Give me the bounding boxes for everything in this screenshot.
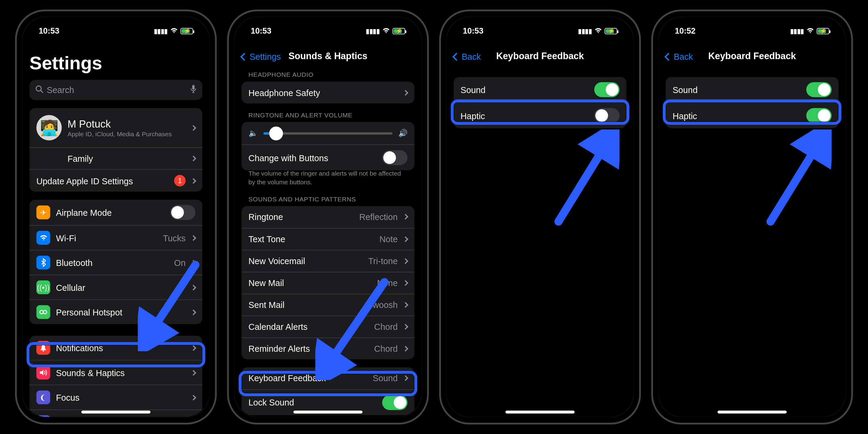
status-time: 10:53 — [463, 26, 484, 35]
reminder-alerts-cell[interactable]: Reminder Alerts Chord — [242, 337, 414, 359]
bluetooth-cell[interactable]: Bluetooth On — [29, 250, 202, 275]
svg-point-5 — [40, 310, 43, 314]
cellular-icon: ▮▮▮▮ — [366, 27, 380, 34]
haptic-cell[interactable]: Haptic — [666, 102, 839, 128]
chevron-right-icon — [402, 90, 408, 95]
nav-bar: Back Keyboard Feedback — [452, 45, 629, 68]
home-indicator[interactable] — [718, 411, 787, 413]
chevron-left-icon — [242, 51, 249, 61]
sound-toggle[interactable] — [806, 82, 831, 97]
phone-keyboard-feedback-on: 10:52 ▮▮▮▮ ⚡ Back Keyboard Feedback — [651, 10, 853, 424]
status-icons: ▮▮▮▮ ⚡ — [154, 27, 193, 34]
back-button[interactable]: Back — [452, 45, 481, 68]
cell-label: New Mail — [249, 278, 284, 288]
sound-toggle[interactable] — [594, 82, 619, 97]
search-placeholder: Search — [47, 85, 74, 95]
cell-value: Tri-tone — [368, 256, 398, 266]
headphone-safety-cell[interactable]: Headphone Safety — [242, 82, 414, 103]
calendar-alerts-cell[interactable]: Calendar Alerts Chord — [242, 315, 414, 337]
volume-slider[interactable] — [264, 132, 393, 134]
search-input[interactable]: Search — [29, 80, 202, 100]
wifi-icon — [594, 27, 602, 34]
text-tone-cell[interactable]: Text Tone Note — [242, 228, 414, 250]
cellular-icon: ▮▮▮▮ — [154, 27, 168, 34]
family-cell[interactable]: Family — [29, 147, 202, 169]
cell-label: Change with Buttons — [249, 153, 328, 163]
cell-label: Keyboard Feedback — [249, 373, 326, 383]
status-time: 10:53 — [251, 26, 271, 35]
chevron-right-icon — [191, 259, 196, 265]
update-apple-id-cell[interactable]: Update Apple ID Settings 1 — [29, 169, 202, 192]
cell-label: Sounds & Haptics — [56, 368, 125, 378]
page-title: Settings — [29, 53, 202, 74]
hotspot-icon — [36, 305, 50, 319]
keyboard-feedback-cell[interactable]: Keyboard Feedback Sound — [242, 367, 414, 389]
cell-value: Chord — [374, 344, 398, 353]
cell-value: Swoosh — [367, 300, 398, 310]
sound-cell[interactable]: Sound — [666, 77, 839, 102]
bluetooth-icon — [36, 256, 50, 270]
svg-rect-2 — [192, 85, 195, 89]
haptic-toggle[interactable] — [806, 108, 831, 123]
airplane-toggle[interactable] — [170, 205, 195, 220]
battery-icon: ⚡ — [604, 28, 617, 34]
chevron-right-icon — [402, 214, 408, 220]
cellular-cell[interactable]: ((•)) Cellular — [29, 275, 202, 300]
home-indicator[interactable] — [81, 411, 150, 413]
chevron-right-icon — [191, 284, 196, 290]
cell-label: Sound — [673, 85, 698, 95]
chevron-right-icon — [191, 370, 196, 375]
sounds-haptics-cell[interactable]: Sounds & Haptics — [29, 360, 202, 385]
page-title: Sounds & Haptics — [288, 51, 367, 62]
svg-line-1 — [41, 91, 43, 93]
cell-label: Haptic — [460, 111, 485, 121]
chevron-right-icon — [191, 125, 196, 130]
apple-id-cell[interactable]: 🧑‍💻 M Potuck Apple ID, iCloud, Media & P… — [29, 108, 202, 147]
airplane-mode-cell[interactable]: ✈ Airplane Mode — [29, 199, 202, 225]
home-indicator[interactable] — [293, 411, 363, 413]
status-time: 10:52 — [675, 26, 696, 35]
hotspot-cell[interactable]: Personal Hotspot — [29, 300, 202, 324]
new-voicemail-cell[interactable]: New Voicemail Tri-tone — [242, 250, 414, 272]
change-buttons-toggle[interactable] — [382, 150, 407, 165]
ringtone-cell[interactable]: Ringtone Reflection — [242, 206, 414, 228]
new-mail-cell[interactable]: New Mail None — [242, 272, 414, 293]
mic-icon[interactable] — [190, 84, 196, 95]
cell-label: Notifications — [56, 343, 103, 353]
update-label: Update Apple ID Settings — [36, 176, 133, 186]
change-with-buttons-cell[interactable]: Change with Buttons — [242, 144, 414, 170]
chevron-right-icon — [191, 394, 196, 400]
chevron-right-icon — [402, 302, 408, 308]
account-sub: Apple ID, iCloud, Media & Purchases — [67, 130, 172, 137]
nav-bar: Back Keyboard Feedback — [663, 45, 841, 68]
back-button[interactable]: Settings — [239, 45, 281, 68]
section-header: RINGTONE AND ALERT VOLUME — [249, 112, 408, 119]
home-indicator[interactable] — [505, 411, 575, 413]
sound-cell[interactable]: Sound — [454, 77, 626, 102]
chevron-right-icon — [191, 309, 196, 315]
notch — [715, 17, 790, 34]
section-header: SOUNDS AND HAPTIC PATTERNS — [249, 195, 408, 202]
wifi-cell[interactable]: Wi-Fi Tucks — [29, 225, 202, 250]
back-button[interactable]: Back — [663, 45, 693, 68]
chevron-right-icon — [402, 375, 408, 381]
notifications-cell[interactable]: Notifications — [29, 336, 202, 360]
cellular-icon: ▮▮▮▮ — [578, 27, 592, 34]
search-icon — [35, 85, 43, 95]
airplane-icon: ✈ — [36, 206, 50, 219]
haptic-toggle[interactable] — [594, 108, 619, 123]
speaker-icon — [36, 366, 50, 379]
page-title: Keyboard Feedback — [708, 51, 796, 62]
cell-label: Sound — [460, 85, 485, 95]
sent-mail-cell[interactable]: Sent Mail Swoosh — [242, 293, 414, 315]
cell-label: Personal Hotspot — [56, 307, 122, 317]
lock-sound-toggle[interactable] — [382, 395, 407, 410]
focus-cell[interactable]: Focus — [29, 385, 202, 410]
haptic-cell[interactable]: Haptic — [454, 102, 626, 128]
cell-value: Note — [379, 234, 398, 244]
cell-value: Chord — [374, 322, 398, 332]
status-icons: ▮▮▮▮ ⚡ — [790, 27, 830, 34]
cell-value: None — [377, 278, 398, 288]
cell-label: Sent Mail — [249, 300, 284, 310]
cell-label: Ringtone — [249, 212, 283, 222]
